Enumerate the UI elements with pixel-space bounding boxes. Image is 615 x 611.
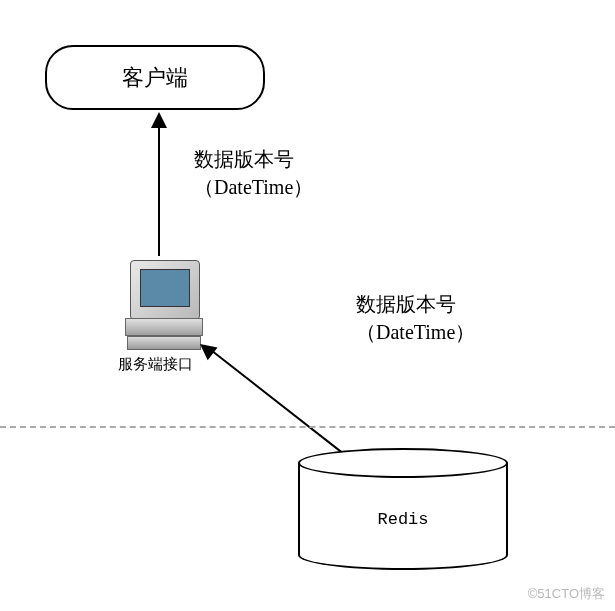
computer-base-icon bbox=[125, 318, 203, 336]
client-label: 客户端 bbox=[122, 63, 188, 93]
watermark: ©51CTO博客 bbox=[528, 585, 605, 603]
edge-label-line1: 数据版本号 bbox=[356, 290, 475, 318]
edge-label-line2: （DateTime） bbox=[194, 173, 313, 201]
computer-monitor-icon bbox=[130, 260, 200, 320]
database-label: Redis bbox=[298, 510, 508, 529]
arrow-database-to-server bbox=[206, 346, 347, 457]
cylinder-bottom-icon bbox=[298, 540, 508, 570]
edge-label-server-to-client: 数据版本号 （DateTime） bbox=[194, 145, 313, 201]
computer-screen-icon bbox=[140, 269, 190, 307]
arrow-server-to-client bbox=[158, 118, 160, 256]
edge-label-database-to-server: 数据版本号 （DateTime） bbox=[356, 290, 475, 346]
computer-keyboard-icon bbox=[127, 336, 201, 350]
cylinder-top-icon bbox=[298, 448, 508, 478]
database-node: Redis bbox=[298, 448, 508, 570]
edge-label-line1: 数据版本号 bbox=[194, 145, 313, 173]
arrow-server-to-client-head bbox=[151, 112, 167, 128]
server-label: 服务端接口 bbox=[118, 355, 193, 374]
server-node bbox=[125, 260, 203, 352]
edge-label-line2: （DateTime） bbox=[356, 318, 475, 346]
divider-line bbox=[0, 426, 615, 428]
client-node: 客户端 bbox=[45, 45, 265, 110]
